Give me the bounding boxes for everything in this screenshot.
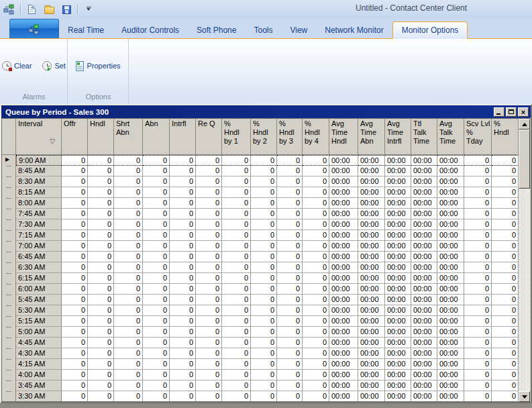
cell-hndl-by-3[interactable]: 0 (277, 262, 303, 273)
tab-auditor-controls[interactable]: Auditor Controls (113, 22, 188, 39)
cell-hndl-by-2[interactable]: 0 (251, 348, 277, 359)
cell-avg-time-hndl[interactable]: 00:00 (329, 348, 358, 359)
cell-scv-lvl-tday[interactable]: 0 (464, 241, 492, 252)
column-header-intrfl[interactable]: Intrfl (170, 119, 196, 155)
interval-cell[interactable]: 3:45 AM (16, 380, 62, 391)
cell-hndl[interactable]: 0 (492, 241, 519, 252)
cell-hndl[interactable]: 0 (88, 230, 114, 241)
cell-avg-time-hndl[interactable]: 00:00 (329, 359, 358, 370)
cell-abn[interactable]: 0 (143, 187, 170, 198)
cell-avg-time-intrfl[interactable]: 00:00 (385, 198, 411, 209)
cell-hndl-by-4[interactable]: 0 (303, 305, 329, 316)
cell-scv-lvl-tday[interactable]: 0 (464, 176, 492, 187)
tab-real-time[interactable]: Real Time (59, 22, 113, 39)
interval-cell[interactable]: 4:15 AM (16, 359, 62, 370)
column-header-interval[interactable]: Interval▽ (16, 119, 62, 155)
cell-avg-time-hndl[interactable]: 00:00 (329, 209, 358, 219)
cell-scv-lvl-tday[interactable]: 0 (464, 327, 492, 338)
cell-re-q[interactable]: 0 (196, 273, 222, 284)
cell-avg-talk-time[interactable]: 00:00 (437, 284, 464, 295)
cell-offr[interactable]: 0 (62, 219, 88, 230)
row-header[interactable] (2, 284, 16, 295)
column-header-hndl[interactable]: % Hndl (492, 119, 519, 155)
table-row[interactable]: 4:00 AM000000000000:0000:0000:0000:0000:… (2, 370, 519, 380)
cell-hndl-by-1[interactable]: 0 (222, 241, 251, 252)
cell-hndl[interactable]: 0 (492, 176, 519, 187)
cell-hndl[interactable]: 0 (88, 176, 114, 187)
table-row[interactable]: 6:00 AM000000000000:0000:0000:0000:0000:… (2, 284, 519, 295)
cell-abn[interactable]: 0 (143, 284, 170, 295)
cell-avg-time-abn[interactable]: 00:00 (358, 316, 385, 327)
cell-hndl-by-1[interactable]: 0 (222, 391, 251, 401)
cell-re-q[interactable]: 0 (196, 348, 222, 359)
cell-hndl-by-4[interactable]: 0 (303, 262, 329, 273)
cell-scv-lvl-tday[interactable]: 0 (464, 284, 492, 295)
cell-shrt-abn[interactable]: 0 (114, 391, 143, 401)
cell-hndl-by-2[interactable]: 0 (251, 262, 277, 273)
cell-hndl-by-3[interactable]: 0 (277, 338, 303, 348)
scroll-down-button[interactable] (519, 391, 530, 402)
cell-scv-lvl-tday[interactable]: 0 (464, 198, 492, 209)
cell-ttl-talk-time[interactable]: 00:00 (411, 370, 437, 380)
cell-scv-lvl-tday[interactable]: 0 (464, 219, 492, 230)
cell-re-q[interactable]: 0 (196, 338, 222, 348)
interval-cell[interactable]: 3:30 AM (16, 391, 62, 401)
cell-hndl[interactable]: 0 (492, 391, 519, 401)
cell-avg-talk-time[interactable]: 00:00 (437, 166, 464, 176)
cell-hndl-by-1[interactable]: 0 (222, 209, 251, 219)
cell-avg-time-abn[interactable]: 00:00 (358, 327, 385, 338)
cell-avg-time-abn[interactable]: 00:00 (358, 273, 385, 284)
cell-hndl-by-3[interactable]: 0 (277, 370, 303, 380)
cell-ttl-talk-time[interactable]: 00:00 (411, 295, 437, 305)
interval-cell[interactable]: 5:45 AM (16, 295, 62, 305)
cell-hndl-by-2[interactable]: 0 (251, 155, 277, 166)
cell-avg-time-hndl[interactable]: 00:00 (329, 241, 358, 252)
cell-offr[interactable]: 0 (62, 380, 88, 391)
cell-re-q[interactable]: 0 (196, 295, 222, 305)
cell-avg-time-intrfl[interactable]: 00:00 (385, 359, 411, 370)
cell-re-q[interactable]: 0 (196, 241, 222, 252)
cell-abn[interactable]: 0 (143, 198, 170, 209)
cell-re-q[interactable]: 0 (196, 230, 222, 241)
new-document-button[interactable] (25, 3, 38, 16)
cell-avg-time-intrfl[interactable]: 00:00 (385, 166, 411, 176)
cell-avg-time-intrfl[interactable]: 00:00 (385, 380, 411, 391)
cell-hndl-by-1[interactable]: 0 (222, 262, 251, 273)
cell-hndl-by-1[interactable]: 0 (222, 155, 251, 166)
cell-hndl-by-2[interactable]: 0 (251, 359, 277, 370)
interval-cell[interactable]: 6:15 AM (16, 273, 62, 284)
cell-hndl-by-2[interactable]: 0 (251, 338, 277, 348)
column-header-scv-lvl-tday[interactable]: Scv Lvl % Tday (464, 119, 492, 155)
cell-shrt-abn[interactable]: 0 (114, 187, 143, 198)
cell-hndl-by-2[interactable]: 0 (251, 176, 277, 187)
cell-avg-talk-time[interactable]: 00:00 (437, 252, 464, 262)
cell-avg-time-hndl[interactable]: 00:00 (329, 219, 358, 230)
row-header[interactable] (2, 219, 16, 230)
cell-abn[interactable]: 0 (143, 327, 170, 338)
cell-avg-time-abn[interactable]: 00:00 (358, 391, 385, 401)
cell-hndl[interactable]: 0 (88, 219, 114, 230)
cell-avg-talk-time[interactable]: 00:00 (437, 327, 464, 338)
interval-cell[interactable]: 8:30 AM (16, 176, 62, 187)
cell-avg-talk-time[interactable]: 00:00 (437, 391, 464, 401)
row-header[interactable] (2, 230, 16, 241)
table-row[interactable]: 6:45 AM000000000000:0000:0000:0000:0000:… (2, 252, 519, 262)
row-header[interactable] (2, 198, 16, 209)
cell-abn[interactable]: 0 (143, 155, 170, 166)
cell-avg-time-abn[interactable]: 00:00 (358, 338, 385, 348)
row-header[interactable] (2, 338, 16, 348)
cell-scv-lvl-tday[interactable]: 0 (464, 262, 492, 273)
scroll-up-button[interactable] (519, 119, 530, 130)
cell-hndl[interactable]: 0 (88, 155, 114, 166)
cell-avg-time-intrfl[interactable]: 00:00 (385, 252, 411, 262)
cell-hndl-by-4[interactable]: 0 (303, 348, 329, 359)
cell-hndl-by-1[interactable]: 0 (222, 252, 251, 262)
cell-hndl[interactable]: 0 (492, 198, 519, 209)
table-row[interactable]: 3:30 AM000000000000:0000:0000:0000:0000:… (2, 391, 519, 401)
interval-cell[interactable]: 4:00 AM (16, 370, 62, 380)
table-row[interactable]: 5:00 AM000000000000:0000:0000:0000:0000:… (2, 327, 519, 338)
column-header-shrt-abn[interactable]: Shrt Abn (114, 119, 143, 155)
cell-hndl-by-2[interactable]: 0 (251, 305, 277, 316)
cell-avg-time-hndl[interactable]: 00:00 (329, 198, 358, 209)
cell-offr[interactable]: 0 (62, 198, 88, 209)
